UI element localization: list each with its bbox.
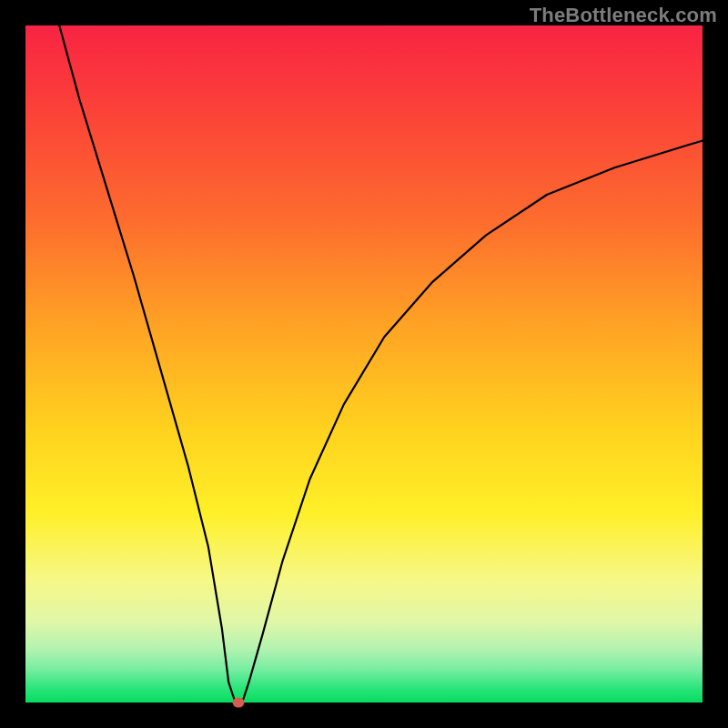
bottleneck-curve-path xyxy=(59,25,703,703)
watermark-text: TheBottleneck.com xyxy=(530,4,717,27)
plot-area xyxy=(25,25,703,703)
optimum-marker-icon xyxy=(233,698,245,708)
chart-frame: TheBottleneck.com xyxy=(0,0,728,728)
bottleneck-curve xyxy=(25,25,703,703)
